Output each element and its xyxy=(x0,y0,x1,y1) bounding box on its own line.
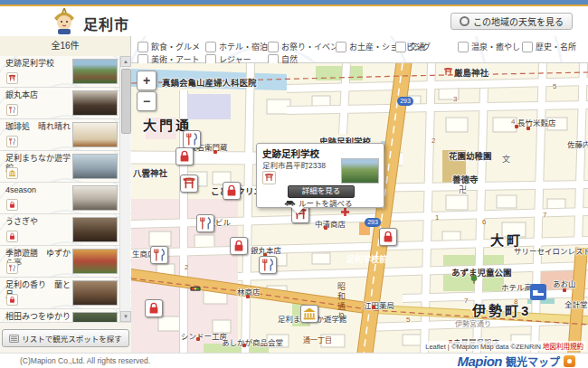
filter-checkbox[interactable]: 交通 xyxy=(395,41,425,52)
block-number: 6 xyxy=(482,218,486,226)
map-canvas[interactable]: 真鍋会亀山産婦人科医院大門通茂右衛門蔵八雲神社こどもクリニック相沢ビル中清商店銀… xyxy=(131,63,588,353)
spot-list-item[interactable]: 珈琲処 晴れ晴れ xyxy=(0,119,131,151)
list-scrollbar[interactable]: ▲ ▼ xyxy=(119,56,130,322)
spot-name: 銀丸本店 xyxy=(5,90,71,100)
logo-badge-icon xyxy=(564,355,575,367)
checkbox-box[interactable] xyxy=(336,42,346,52)
map-label: シンドー工房 xyxy=(181,330,227,341)
checkbox-box[interactable] xyxy=(395,42,406,52)
spot-thumbnail xyxy=(72,249,118,274)
map-marker-tree[interactable] xyxy=(469,274,479,285)
block-number: 7 xyxy=(464,297,468,305)
popup-title: 史跡足利学校 xyxy=(262,146,319,160)
checkbox-box[interactable] xyxy=(138,42,148,52)
attribution-link[interactable]: 地図利用規約 xyxy=(543,343,583,351)
list-icon xyxy=(9,335,19,343)
map-marker-bag[interactable] xyxy=(230,237,248,255)
map-marker-torii-plain[interactable] xyxy=(443,67,453,77)
spot-list-item[interactable]: 銀丸本店 xyxy=(0,88,131,119)
filter-checkbox[interactable]: 歴史・名所 xyxy=(522,41,576,52)
scroll-thumb[interactable] xyxy=(121,69,131,134)
map-marker-bag[interactable] xyxy=(145,299,163,317)
map-label: 昭和通り xyxy=(336,282,347,322)
map-label: 中清商店 xyxy=(315,218,346,229)
route-link-label: ルートを調べる xyxy=(299,197,353,208)
spot-name: 4season xyxy=(5,185,71,195)
weather-button[interactable]: この地域の天気を見る xyxy=(450,13,573,30)
map-marker-fork[interactable] xyxy=(150,246,168,264)
filter-label: 交通 xyxy=(409,41,425,52)
map-marker-museum[interactable] xyxy=(300,305,318,323)
filter-label: ホテル・宿泊 xyxy=(219,41,268,52)
popup-address: 足利市昌平町2338 xyxy=(262,159,326,170)
map-marker-torii[interactable] xyxy=(180,175,198,193)
map-label: あしかが商品会堂 xyxy=(222,336,283,347)
list-button-area: リストで観光スポットを探す xyxy=(0,322,131,354)
poi-dot xyxy=(515,125,518,128)
checkbox-box[interactable] xyxy=(205,42,216,52)
poi-dot xyxy=(563,288,566,292)
block-number: 2 xyxy=(185,263,188,271)
map-marker-fork[interactable] xyxy=(183,130,201,148)
checkbox-box[interactable] xyxy=(522,42,533,52)
block-number: 5 xyxy=(553,82,556,90)
map-label: 江田薬局 xyxy=(364,299,394,310)
checkbox-box[interactable] xyxy=(268,42,279,52)
spot-name: 相田みつをゆかりの店 めん割烹なか川 xyxy=(5,312,71,322)
map-marker-signal[interactable] xyxy=(189,282,202,295)
city-mascot-icon xyxy=(51,8,78,35)
spot-list-item[interactable]: うさぎや xyxy=(0,214,131,246)
zoom-out-button[interactable]: − xyxy=(137,91,156,111)
filter-checkbox[interactable]: ホテル・宿泊 xyxy=(205,41,268,52)
detail-button[interactable]: 詳細を見る xyxy=(288,185,355,198)
spot-list-item[interactable]: 足利の香り 蘭と月 xyxy=(0,278,131,309)
block-number: 5 xyxy=(406,316,410,324)
footer: (C)Mapion Co.,Ltd. All rights reserved. … xyxy=(0,353,588,368)
checkbox-box[interactable] xyxy=(458,42,469,52)
category-filter-panel: 飲食・グルメホテル・宿泊お祭り・イベントお土産・ショッピング交通温泉・癒やし歴史… xyxy=(131,36,588,63)
map-marker-fork[interactable] xyxy=(259,256,277,274)
spot-list-item[interactable]: 相田みつをゆかりの店 めん割烹なか川 xyxy=(0,309,131,322)
spot-name: 珈琲処 晴れ晴れ xyxy=(5,122,71,132)
spot-list-item[interactable]: 4season xyxy=(0,183,131,214)
filter-checkbox[interactable]: 飲食・グルメ xyxy=(138,41,200,52)
kanko-map-logo-text: 観光マップ xyxy=(506,354,560,368)
map-label: あずま児童公園 xyxy=(451,266,512,278)
spot-list-item[interactable]: 季節遊膳 ゆずから亭 xyxy=(0,246,131,278)
poi-dot xyxy=(196,337,200,341)
restaurant-icon xyxy=(6,104,18,116)
scroll-down-button[interactable]: ▼ xyxy=(120,311,131,322)
block-number: 3 xyxy=(453,95,457,103)
popup-photo xyxy=(341,158,379,184)
map-label: 卍 xyxy=(459,184,467,195)
zoom-in-button[interactable]: + xyxy=(137,71,156,90)
block-number: 7 xyxy=(543,211,546,219)
header: 足利市 この地域の天気を見る xyxy=(0,6,588,37)
map-marker-fork[interactable] xyxy=(196,214,214,232)
filter-label: 飲食・グルメ xyxy=(151,41,200,52)
spot-list-item[interactable]: 足利まちなか遊学館 xyxy=(0,151,131,183)
map-label: 花園幼稚園 xyxy=(449,149,492,162)
poi-dot xyxy=(324,226,327,230)
poi-dot xyxy=(213,150,217,154)
poi-dot xyxy=(246,295,250,298)
filter-checkbox[interactable]: お祭り・イベント xyxy=(268,41,346,52)
shopping-icon xyxy=(6,294,18,306)
spot-list-item[interactable]: 史跡足利学校 xyxy=(0,56,131,88)
spot-name: 史跡足利学校 xyxy=(5,59,71,69)
map-marker-bag[interactable] xyxy=(379,228,397,246)
map-label: 足利学校前 xyxy=(346,253,387,265)
map-marker-bag[interactable] xyxy=(175,147,194,165)
map-marker-hotel[interactable] xyxy=(529,283,547,301)
filter-checkbox[interactable]: 温泉・癒やし xyxy=(458,41,520,52)
list-search-button[interactable]: リストで観光スポットを探す xyxy=(2,329,129,347)
map-marker-bag[interactable] xyxy=(223,182,241,200)
spot-thumbnail xyxy=(72,217,118,242)
popup-tail xyxy=(291,207,304,214)
scroll-up-button[interactable]: ▲ xyxy=(120,56,131,67)
restaurant-icon xyxy=(6,136,18,147)
list-search-button-label: リストで観光スポットを探す xyxy=(22,333,122,344)
spot-thumbnail xyxy=(72,59,118,84)
filter-label: 歴史・名所 xyxy=(536,41,576,52)
mapion-logo[interactable]: Mapion 観光マップ xyxy=(457,354,575,368)
